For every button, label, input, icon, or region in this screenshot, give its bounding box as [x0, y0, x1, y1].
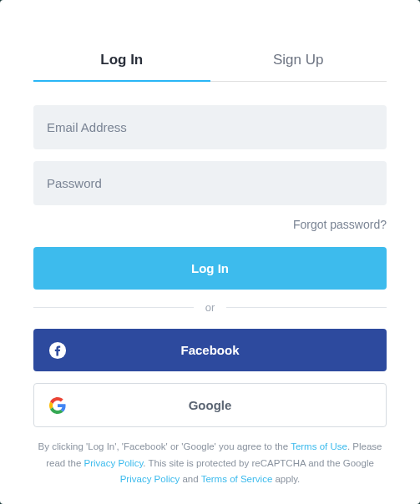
legal-prefix: By clicking 'Log In', 'Facebook' or 'Goo… [38, 441, 291, 451]
google-icon [49, 397, 66, 414]
facebook-icon [48, 341, 67, 360]
login-button[interactable]: Log In [33, 247, 387, 290]
tab-signup[interactable]: Sign Up [210, 40, 387, 82]
google-button-label: Google [189, 398, 232, 412]
password-field[interactable] [33, 161, 387, 205]
legal-recaptcha: . This site is protected by reCAPTCHA an… [143, 458, 374, 468]
privacy-policy-link[interactable]: Privacy Policy [84, 458, 144, 468]
or-divider: or [33, 301, 387, 314]
divider-label: or [194, 301, 227, 314]
forgot-password-link[interactable]: Forgot password? [293, 218, 387, 231]
legal-and: and [180, 474, 200, 484]
email-field[interactable] [33, 105, 387, 149]
login-modal: Log In Sign Up Forgot password? Log In o… [0, 0, 420, 504]
facebook-button[interactable]: Facebook [33, 329, 387, 371]
google-privacy-link[interactable]: Privacy Policy [120, 474, 180, 484]
tab-login[interactable]: Log In [33, 40, 210, 82]
terms-of-use-link[interactable]: Terms of Use [291, 441, 347, 451]
google-tos-link[interactable]: Terms of Service [201, 474, 273, 484]
auth-tabs: Log In Sign Up [33, 40, 387, 82]
legal-text: By clicking 'Log In', 'Facebook' or 'Goo… [33, 439, 387, 488]
google-button[interactable]: Google [33, 383, 387, 427]
facebook-button-label: Facebook [180, 343, 239, 357]
forgot-row: Forgot password? [33, 217, 387, 232]
legal-apply: apply. [272, 474, 300, 484]
login-button-label: Log In [191, 261, 229, 275]
